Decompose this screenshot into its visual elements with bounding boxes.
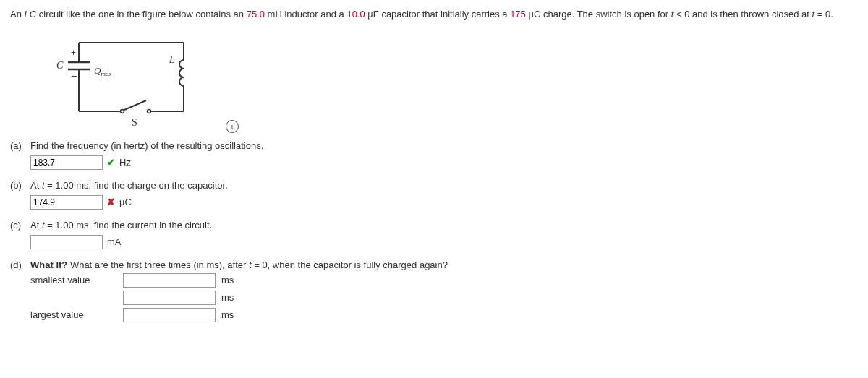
svg-rect-0 xyxy=(39,32,205,133)
svg-point-9 xyxy=(148,109,151,113)
s-label: S xyxy=(132,117,137,128)
part-d-unit-3: ms xyxy=(221,309,234,320)
part-d-prompt: What If? What are the first three times … xyxy=(30,259,858,270)
intro-text: < 0 and is then thrown closed at xyxy=(673,9,812,20)
part-d-input-3[interactable] xyxy=(123,308,216,322)
plus-label: + xyxy=(71,48,76,58)
info-icon[interactable]: i xyxy=(226,120,239,133)
minus-label: − xyxy=(71,70,77,82)
value-charge: 175 xyxy=(510,9,526,20)
part-b-input[interactable] xyxy=(30,195,103,210)
intro-text: An xyxy=(10,9,25,20)
part-b-label: (b) xyxy=(10,180,30,210)
intro-text: µC charge. The switch is open for xyxy=(526,9,671,20)
part-a: (a) Find the frequency (in hertz) of the… xyxy=(10,140,858,170)
intro-text: µF capacitor that initially carries a xyxy=(365,9,510,20)
part-b-prompt: At t = 1.00 ms, find the charge on the c… xyxy=(30,180,858,191)
part-c-unit: mA xyxy=(107,236,122,247)
part-d-input-2[interactable] xyxy=(123,291,216,305)
value-inductance: 75.0 xyxy=(247,9,265,20)
part-d-label: (d) xyxy=(10,259,30,322)
part-c-prompt: At t = 1.00 ms, find the current in the … xyxy=(30,220,858,231)
smallest-label: smallest value xyxy=(30,275,117,285)
cross-icon: ✘ xyxy=(107,197,115,207)
problem-statement: An LC circuit like the one in the figure… xyxy=(10,7,858,22)
what-if: What If? xyxy=(30,259,67,270)
part-d-unit-1: ms xyxy=(221,275,234,285)
part-d-unit-2: ms xyxy=(221,292,234,303)
intro-text: mH inductor and a xyxy=(265,9,346,20)
part-a-label: (a) xyxy=(10,140,30,170)
intro-text: = 0. xyxy=(814,9,833,20)
intro-text: circuit like the one in the figure below… xyxy=(36,9,247,20)
svg-line-8 xyxy=(124,100,146,110)
part-a-prompt: Find the frequency (in hertz) of the res… xyxy=(30,140,858,151)
part-b-unit: µC xyxy=(119,197,132,207)
svg-point-7 xyxy=(121,109,124,113)
c-label: C xyxy=(56,60,64,71)
part-d: (d) What If? What are the first three ti… xyxy=(10,259,858,322)
part-a-input[interactable] xyxy=(30,155,103,170)
part-b: (b) At t = 1.00 ms, find the charge on t… xyxy=(10,180,858,210)
svg-text:Qmax: Qmax xyxy=(94,65,111,77)
lc-italic: LC xyxy=(25,9,37,20)
value-capacitance: 10.0 xyxy=(346,9,365,20)
q-sub: max xyxy=(101,70,111,77)
part-d-input-1[interactable] xyxy=(123,273,216,288)
circuit-svg: + − C Qmax L S xyxy=(39,32,205,133)
part-a-unit: Hz xyxy=(119,157,131,168)
part-c-label: (c) xyxy=(10,220,30,249)
l-label: L xyxy=(169,54,175,65)
part-c: (c) At t = 1.00 ms, find the current in … xyxy=(10,220,858,249)
check-icon: ✔ xyxy=(107,157,115,168)
largest-label: largest value xyxy=(30,309,117,320)
circuit-figure: + − C Qmax L S i xyxy=(39,32,858,133)
part-c-input[interactable] xyxy=(30,235,103,249)
